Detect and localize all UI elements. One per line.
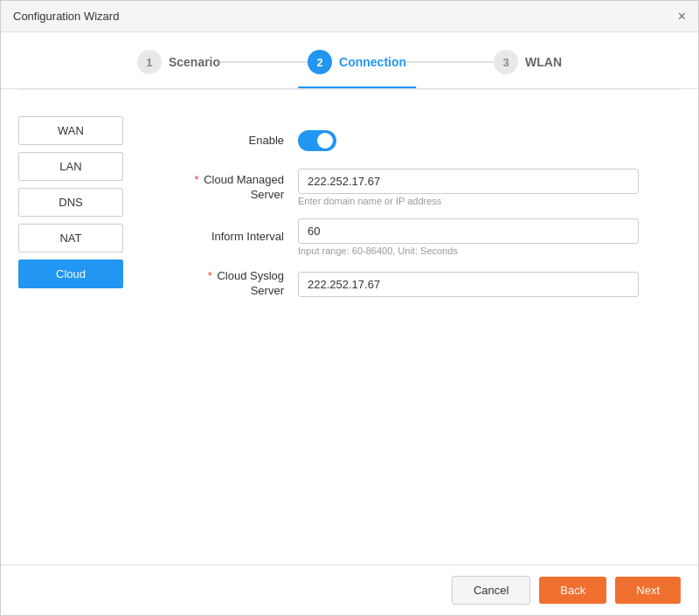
cloud-managed-hint: Enter domain name or IP address bbox=[298, 196, 639, 206]
main-content: WAN LAN DNS NAT Cloud Enable * Cloud Man… bbox=[1, 99, 698, 564]
inform-interval-row: Inform Interval Input range: 60-86400, U… bbox=[184, 218, 663, 256]
back-button[interactable]: Back bbox=[539, 577, 606, 604]
toggle-slider bbox=[298, 130, 336, 151]
sidebar-nat-button[interactable]: NAT bbox=[18, 224, 123, 253]
cloud-syslog-label: * Cloud SyslogServer bbox=[184, 269, 298, 299]
step-1-label: Scenario bbox=[169, 55, 220, 69]
enable-row: Enable bbox=[184, 125, 663, 156]
cloud-managed-input-group: Enter domain name or IP address bbox=[298, 169, 639, 206]
cloud-managed-required-star: * bbox=[195, 173, 199, 186]
step-connector-2 bbox=[406, 61, 494, 63]
footer: Cancel Back Next bbox=[1, 564, 698, 615]
sidebar: WAN LAN DNS NAT Cloud bbox=[18, 116, 167, 547]
inform-interval-label: Inform Interval bbox=[184, 230, 298, 245]
next-button[interactable]: Next bbox=[615, 577, 681, 604]
cloud-managed-label: * Cloud ManagedServer bbox=[184, 173, 298, 203]
sidebar-wan-button[interactable]: WAN bbox=[18, 116, 123, 145]
main-divider bbox=[18, 89, 681, 90]
step-3-label: WLAN bbox=[525, 55, 562, 69]
step-3-circle: 3 bbox=[494, 50, 518, 74]
step-connection: 2 Connection bbox=[308, 50, 406, 88]
inform-interval-input-group: Input range: 60-86400, Unit: Seconds bbox=[298, 218, 639, 256]
cloud-syslog-row: * Cloud SyslogServer bbox=[184, 268, 663, 300]
close-button[interactable]: × bbox=[678, 10, 686, 24]
inform-interval-hint: Input range: 60-86400, Unit: Seconds bbox=[298, 246, 639, 256]
step-connector-1 bbox=[220, 61, 308, 63]
cloud-managed-row: * Cloud ManagedServer Enter domain name … bbox=[184, 169, 663, 206]
cloud-managed-input[interactable] bbox=[298, 169, 639, 194]
inform-interval-input[interactable] bbox=[298, 218, 639, 244]
cloud-syslog-input-group bbox=[298, 272, 639, 297]
step-2-circle: 2 bbox=[308, 50, 332, 74]
step-2-label: Connection bbox=[339, 55, 406, 69]
form-panel: Enable * Cloud ManagedServer Enter domai… bbox=[167, 116, 681, 547]
enable-toggle[interactable] bbox=[298, 130, 336, 151]
step-1-circle: 1 bbox=[137, 50, 162, 74]
sidebar-cloud-button[interactable]: Cloud bbox=[18, 260, 123, 288]
sidebar-lan-button[interactable]: LAN bbox=[18, 152, 123, 181]
wizard-steps: 1 Scenario 2 Connection 3 WLAN bbox=[1, 32, 698, 89]
enable-label: Enable bbox=[184, 134, 298, 149]
cloud-syslog-required-star: * bbox=[208, 269, 212, 282]
cancel-button[interactable]: Cancel bbox=[452, 576, 530, 605]
step-wlan: 3 WLAN bbox=[494, 50, 562, 88]
cloud-syslog-input[interactable] bbox=[298, 272, 639, 297]
title-bar: Configuration Wizard × bbox=[1, 1, 698, 32]
window-title: Configuration Wizard bbox=[13, 10, 119, 23]
step-scenario: 1 Scenario bbox=[137, 50, 220, 88]
configuration-wizard-window: Configuration Wizard × 1 Scenario 2 Conn… bbox=[0, 0, 699, 616]
sidebar-dns-button[interactable]: DNS bbox=[18, 188, 123, 217]
